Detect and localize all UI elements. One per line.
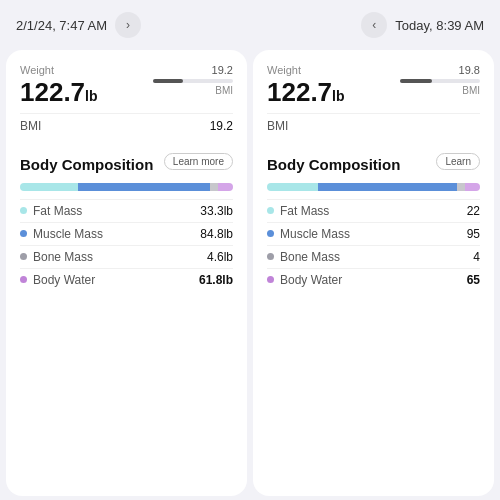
dot-muscle-left <box>20 230 27 237</box>
bmi-row-label-right: BMI <box>267 119 288 133</box>
fat-mass-right: Fat Mass 22 <box>267 199 480 222</box>
body-water-label-left: Body Water <box>33 273 95 287</box>
left-date: 2/1/24, 7:47 AM <box>16 18 107 33</box>
bar-water-right <box>465 183 480 191</box>
bone-mass-label-left: Bone Mass <box>33 250 93 264</box>
dot-fat-right <box>267 207 274 214</box>
bar-bone-right <box>457 183 466 191</box>
dot-water-left <box>20 276 27 283</box>
bar-fat-left <box>20 183 78 191</box>
bar-water-left <box>218 183 233 191</box>
body-water-left: Body Water 61.8lb <box>20 268 233 291</box>
dot-fat-left <box>20 207 27 214</box>
dot-bone-right <box>267 253 274 260</box>
bar-bone-left <box>210 183 219 191</box>
bmi-row-label-left: BMI <box>20 119 41 133</box>
bar-muscle-left <box>78 183 210 191</box>
body-water-label-right: Body Water <box>280 273 342 287</box>
composition-title-left: Body Composition <box>20 156 153 173</box>
bar-fat-right <box>267 183 318 191</box>
fat-mass-label-right: Fat Mass <box>280 204 329 218</box>
main-content: Weight 122.7lb 19.2 BMI BMI 19.2 Body Co… <box>0 46 500 500</box>
dot-water-right <box>267 276 274 283</box>
body-water-value-right: 65 <box>467 273 480 287</box>
muscle-mass-value-right: 95 <box>467 227 480 241</box>
right-date: Today, 8:39 AM <box>395 18 484 33</box>
bar-muscle-right <box>318 183 456 191</box>
weight-value-right: 122.7lb <box>267 78 345 107</box>
muscle-mass-label-left: Muscle Mass <box>33 227 103 241</box>
right-arrow-left-panel[interactable]: › <box>115 12 141 38</box>
bmi-label-left: BMI <box>215 85 233 96</box>
bmi-bar-left <box>153 79 233 83</box>
bmi-bar-fill-left <box>153 79 183 83</box>
muscle-mass-value-left: 84.8lb <box>200 227 233 241</box>
weight-info-right: Weight 122.7lb <box>267 64 345 107</box>
weight-section-right: Weight 122.7lb 19.8 BMI <box>267 64 480 107</box>
learn-more-btn-left[interactable]: Learn more <box>164 153 233 170</box>
bmi-row-value-left: 19.2 <box>210 119 233 133</box>
left-arrow-right-panel[interactable]: ‹ <box>361 12 387 38</box>
fat-mass-value-right: 22 <box>467 204 480 218</box>
top-navigation: 2/1/24, 7:47 AM › ‹ Today, 8:39 AM <box>0 0 500 46</box>
weight-info-left: Weight 122.7lb <box>20 64 98 107</box>
nav-right: ‹ Today, 8:39 AM <box>361 12 484 38</box>
bone-mass-label-right: Bone Mass <box>280 250 340 264</box>
bmi-section-right: 19.8 BMI <box>400 64 480 96</box>
fat-mass-left: Fat Mass 33.3lb <box>20 199 233 222</box>
bmi-value-top-left: 19.2 <box>212 64 233 76</box>
left-panel: Weight 122.7lb 19.2 BMI BMI 19.2 Body Co… <box>6 50 247 496</box>
bmi-value-top-right: 19.8 <box>459 64 480 76</box>
bone-mass-value-left: 4.6lb <box>207 250 233 264</box>
bmi-section-left: 19.2 BMI <box>153 64 233 96</box>
bone-mass-left: Bone Mass 4.6lb <box>20 245 233 268</box>
muscle-mass-left: Muscle Mass 84.8lb <box>20 222 233 245</box>
bmi-label-right: BMI <box>462 85 480 96</box>
bmi-metric-left: BMI 19.2 <box>20 113 233 138</box>
composition-header-left: Body Composition Learn more <box>20 146 233 177</box>
body-water-right: Body Water 65 <box>267 268 480 291</box>
bone-mass-value-right: 4 <box>473 250 480 264</box>
composition-bar-left <box>20 183 233 191</box>
fat-mass-label-left: Fat Mass <box>33 204 82 218</box>
dot-muscle-right <box>267 230 274 237</box>
nav-left: 2/1/24, 7:47 AM › <box>16 12 141 38</box>
weight-section-left: Weight 122.7lb 19.2 BMI <box>20 64 233 107</box>
fat-mass-value-left: 33.3lb <box>200 204 233 218</box>
muscle-mass-label-right: Muscle Mass <box>280 227 350 241</box>
bone-mass-right: Bone Mass 4 <box>267 245 480 268</box>
body-water-value-left: 61.8lb <box>199 273 233 287</box>
composition-bar-right <box>267 183 480 191</box>
right-panel: Weight 122.7lb 19.8 BMI BMI Body Composi… <box>253 50 494 496</box>
weight-label-right: Weight <box>267 64 345 76</box>
composition-title-right: Body Composition <box>267 156 400 173</box>
bmi-bar-fill-right <box>400 79 432 83</box>
weight-value-left: 122.7lb <box>20 78 98 107</box>
composition-header-right: Body Composition Learn <box>267 146 480 177</box>
bmi-metric-right: BMI <box>267 113 480 138</box>
muscle-mass-right: Muscle Mass 95 <box>267 222 480 245</box>
learn-more-btn-right[interactable]: Learn <box>436 153 480 170</box>
bmi-bar-right <box>400 79 480 83</box>
weight-label-left: Weight <box>20 64 98 76</box>
dot-bone-left <box>20 253 27 260</box>
